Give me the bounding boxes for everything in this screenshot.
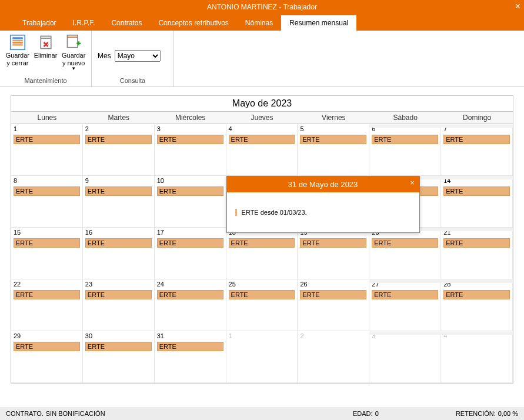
calendar-event[interactable]: ERTE: [85, 238, 152, 248]
calendar-cell[interactable]: 20ERTE: [369, 228, 441, 279]
svg-rect-3: [12, 42, 23, 44]
save-close-icon: [9, 34, 26, 51]
calendar-cell[interactable]: 14ERTE: [441, 176, 513, 228]
calendar-title: Mayo de 2023: [11, 96, 513, 112]
calendar-event[interactable]: ERTE: [85, 186, 152, 196]
weekend-marker: [369, 124, 441, 128]
footer-retention-value: 0,00 %: [498, 410, 518, 417]
calendar-cell[interactable]: 1: [226, 331, 298, 383]
calendar-event[interactable]: ERTE: [157, 186, 223, 196]
close-icon[interactable]: ×: [515, 1, 520, 12]
calendar-event[interactable]: ERTE: [14, 290, 80, 299]
calendar-event[interactable]: ERTE: [300, 290, 366, 299]
calendar-event[interactable]: ERTE: [443, 135, 510, 144]
day-number: 9: [85, 177, 152, 184]
delete-button[interactable]: Eliminar: [32, 33, 60, 59]
calendar-event[interactable]: ERTE: [14, 186, 80, 196]
calendar-cell[interactable]: 10ERTE: [155, 176, 226, 228]
day-number: 23: [85, 281, 152, 288]
calendar-cell[interactable]: 31ERTE: [155, 331, 226, 383]
popup-header: 31 de Mayo de 2023 ×: [227, 176, 419, 192]
day-number: 24: [157, 281, 223, 288]
calendar-event[interactable]: ERTE: [229, 135, 295, 144]
footer-age-value: 0: [375, 410, 379, 417]
calendar-cell[interactable]: 25ERTE: [226, 279, 298, 331]
calendar-event[interactable]: ERTE: [157, 290, 223, 299]
day-number: 10: [157, 177, 223, 184]
day-number: 26: [300, 281, 366, 288]
calendar-event[interactable]: ERTE: [443, 186, 510, 196]
popup-close-icon[interactable]: ×: [410, 179, 415, 187]
main-tabs: Trabajador I.R.P.F. Contratos Conceptos …: [0, 14, 524, 31]
calendar-cell[interactable]: 9ERTE: [83, 176, 155, 228]
calendar-event[interactable]: ERTE: [372, 290, 438, 299]
calendar-cell[interactable]: 17ERTE: [155, 228, 226, 279]
calendar-event[interactable]: ERTE: [229, 238, 295, 248]
calendar-cell[interactable]: 6ERTE: [369, 124, 441, 176]
calendar-event[interactable]: ERTE: [443, 238, 510, 248]
calendar-event[interactable]: ERTE: [157, 238, 223, 248]
calendar-event[interactable]: ERTE: [85, 342, 152, 351]
calendar-cell[interactable]: 8ERTE: [11, 176, 83, 228]
calendar-event[interactable]: ERTE: [157, 342, 223, 351]
tab-trabajador[interactable]: Trabajador: [14, 15, 65, 31]
calendar-event[interactable]: ERTE: [85, 290, 152, 299]
calendar-event[interactable]: ERTE: [300, 135, 366, 144]
ribbon-group-label-mantenimiento: Mantenimiento: [0, 76, 91, 86]
tab-conceptos[interactable]: Conceptos retributivos: [150, 15, 236, 31]
calendar-cell[interactable]: 16ERTE: [83, 228, 155, 279]
ribbon-group-consulta: Mes Mayo Consulta: [92, 31, 174, 86]
footer-age-label: EDAD:: [353, 410, 373, 417]
calendar-cell[interactable]: 15ERTE: [11, 228, 83, 279]
calendar-cell[interactable]: 19ERTE: [298, 228, 369, 279]
tab-resumen-mensual[interactable]: Resumen mensual: [281, 15, 356, 31]
calendar-cell[interactable]: 2ERTE: [83, 124, 155, 176]
tab-contratos[interactable]: Contratos: [103, 15, 150, 31]
ribbon-group-mantenimiento: Guardar y cerrar Eliminar Guardar y nuev…: [0, 31, 92, 86]
calendar-cell[interactable]: 24ERTE: [155, 279, 226, 331]
calendar-event[interactable]: ERTE: [300, 238, 366, 248]
day-head-martes: Martes: [83, 112, 155, 124]
calendar-cell[interactable]: 22ERTE: [11, 279, 83, 331]
calendar-event[interactable]: ERTE: [372, 135, 438, 144]
calendar-cell[interactable]: 3ERTE: [155, 124, 226, 176]
calendar-cell[interactable]: 23ERTE: [83, 279, 155, 331]
calendar-day-header: Lunes Martes Miércoles Jueves Viernes Sá…: [11, 112, 513, 124]
calendar-cell[interactable]: 21ERTE: [441, 228, 513, 279]
calendar-cell[interactable]: 26ERTE: [298, 279, 369, 331]
ribbon: Guardar y cerrar Eliminar Guardar y nuev…: [0, 31, 524, 87]
calendar-event[interactable]: ERTE: [443, 290, 510, 299]
calendar-event[interactable]: ERTE: [157, 135, 223, 144]
day-number: 31: [157, 332, 223, 339]
month-select[interactable]: Mayo: [115, 50, 161, 62]
calendar-cell[interactable]: 3: [369, 331, 441, 383]
calendar-cell[interactable]: 27ERTE: [369, 279, 441, 331]
calendar-cell[interactable]: 28ERTE: [441, 279, 513, 331]
calendar-cell[interactable]: 18ERTE: [226, 228, 298, 279]
calendar-cell[interactable]: 1ERTE: [11, 124, 83, 176]
calendar-event[interactable]: ERTE: [372, 238, 438, 248]
calendar-event[interactable]: ERTE: [229, 290, 295, 299]
calendar-cell[interactable]: 30ERTE: [83, 331, 155, 383]
tab-irpf[interactable]: I.R.P.F.: [65, 15, 104, 31]
calendar-event[interactable]: ERTE: [85, 135, 152, 144]
calendar-cell[interactable]: 2: [298, 331, 369, 383]
day-head-miercoles: Miércoles: [155, 112, 226, 124]
save-close-button[interactable]: Guardar y cerrar: [4, 33, 32, 66]
popup-event-text: ERTE desde 01/03/23.: [235, 209, 413, 216]
calendar-cell[interactable]: 7ERTE: [441, 124, 513, 176]
day-number: 3: [157, 125, 223, 132]
day-head-jueves: Jueves: [226, 112, 298, 124]
calendar-cell[interactable]: 29ERTE: [11, 331, 83, 383]
save-new-button[interactable]: Guardar y nuevo ▼: [59, 33, 88, 71]
window-title: ANTONIO MARTINEZ - Trabajador: [207, 3, 317, 11]
day-number: 2: [300, 332, 366, 339]
calendar-event[interactable]: ERTE: [14, 135, 80, 144]
calendar-cell[interactable]: 4ERTE: [226, 124, 298, 176]
calendar-cell[interactable]: 5ERTE: [298, 124, 369, 176]
month-label: Mes: [98, 52, 111, 60]
calendar-event[interactable]: ERTE: [14, 238, 80, 248]
calendar-event[interactable]: ERTE: [14, 342, 80, 351]
tab-nominas[interactable]: Nóminas: [237, 15, 281, 31]
calendar-cell[interactable]: 4: [441, 331, 513, 383]
